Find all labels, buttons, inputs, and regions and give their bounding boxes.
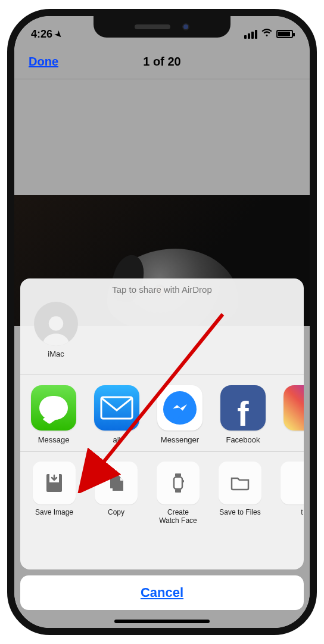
- share-actions-row: Save Image Copy Create Watch Face: [20, 452, 304, 530]
- facebook-icon: f: [220, 385, 266, 431]
- svg-point-0: [49, 316, 63, 330]
- wifi-icon: [261, 29, 273, 39]
- copy-icon: [95, 462, 138, 504]
- instagram-icon: [284, 385, 304, 431]
- folder-icon: [219, 462, 261, 504]
- status-time: 4:26: [31, 28, 52, 40]
- share-app-mail[interactable]: ail: [92, 385, 142, 444]
- airdrop-hint: Tap to share with AirDrop: [20, 278, 304, 299]
- iphone-frame: 4:26 ➤ Done 1 of 20 Tap to share with Ai…: [7, 9, 317, 635]
- svg-rect-4: [174, 477, 182, 489]
- airdrop-label: iMac: [30, 349, 82, 358]
- action-more[interactable]: t: [276, 462, 304, 525]
- share-app-messenger[interactable]: Messenger: [155, 385, 205, 444]
- messenger-icon: [157, 385, 202, 431]
- location-icon: ➤: [53, 29, 65, 41]
- page-title: 1 of 20: [143, 55, 180, 69]
- message-icon: [31, 385, 76, 431]
- share-app-instagram[interactable]: I: [281, 385, 304, 444]
- nav-bar: Done 1 of 20: [14, 45, 310, 79]
- svg-rect-7: [183, 480, 184, 482]
- mail-icon: [94, 385, 139, 431]
- home-indicator[interactable]: [114, 620, 210, 623]
- share-app-message[interactable]: Message: [29, 385, 79, 444]
- airdrop-target-imac[interactable]: iMac: [30, 302, 82, 358]
- share-apps-row: Message ail Messenger f Facebook: [20, 374, 304, 451]
- done-button[interactable]: Done: [29, 55, 58, 69]
- action-create-watch-face[interactable]: Create Watch Face: [152, 462, 204, 525]
- svg-rect-5: [175, 473, 181, 476]
- action-copy[interactable]: Copy: [91, 462, 142, 525]
- battery-icon: [276, 30, 293, 38]
- cancel-button[interactable]: Cancel: [20, 575, 304, 610]
- action-save-image[interactable]: Save Image: [29, 462, 80, 525]
- share-app-facebook[interactable]: f Facebook: [218, 385, 268, 444]
- cellular-icon: [244, 30, 257, 39]
- svg-rect-1: [101, 397, 132, 419]
- notch: [94, 16, 230, 38]
- more-icon: [281, 462, 304, 504]
- person-icon: [34, 302, 78, 346]
- watch-icon: [157, 462, 200, 504]
- save-image-icon: [33, 462, 76, 504]
- action-save-to-files[interactable]: Save to Files: [214, 462, 266, 525]
- share-sheet: Tap to share with AirDrop iMac Message: [20, 278, 304, 569]
- svg-rect-6: [175, 490, 181, 493]
